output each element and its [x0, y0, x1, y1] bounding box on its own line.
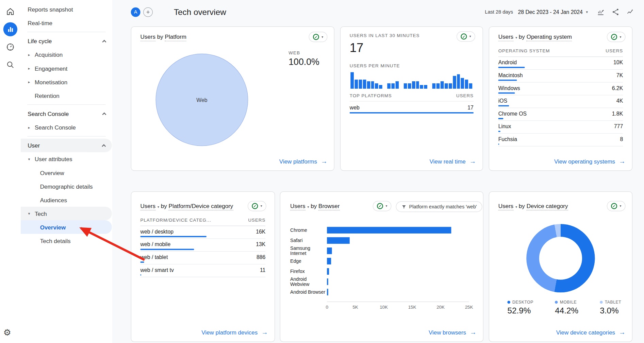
top-platforms-col-label: TOP PLATFORMS: [350, 93, 392, 98]
dimension-os-link[interactable]: Operating system: [527, 33, 572, 41]
metric-users-link[interactable]: Users: [498, 203, 513, 210]
home-icon[interactable]: [3, 4, 17, 18]
browser-bar-chart[interactable]: ChromeSafariSamsung InternetEdgeFirefoxA…: [290, 225, 468, 297]
col-users: USERS: [606, 48, 623, 53]
dimension-browser-link[interactable]: Browser: [318, 203, 340, 210]
dimension-platform-link[interactable]: Platform: [165, 33, 186, 41]
view-operating-systems-link[interactable]: View operating systems →: [554, 158, 625, 165]
bar-track: [327, 237, 468, 243]
data-quality-button[interactable]: ✓ ▾: [248, 201, 266, 211]
table-header: OPERATING SYSTEM USERS: [498, 48, 623, 57]
report-main: A + Tech overview Last 28 days 28 Dec 20…: [112, 0, 644, 343]
view-device-categories-link[interactable]: View device categories →: [556, 329, 626, 336]
sidebar-item-search-console[interactable]: ▸Search Console: [21, 120, 112, 134]
date-range-picker[interactable]: 28 Dec 2023 - 24 Jan 2024 ▾: [518, 9, 588, 15]
platform-pie-chart[interactable]: Web: [155, 54, 248, 146]
collapse-arrow-icon[interactable]: ▾: [27, 211, 32, 216]
col-operating-system: OPERATING SYSTEM: [498, 48, 550, 53]
sidebar-item-tech-details[interactable]: Tech details: [21, 234, 112, 247]
filter-funnel-icon: [401, 204, 407, 209]
row-value: 8: [620, 136, 623, 142]
admin-gear-icon[interactable]: ⚙: [3, 328, 11, 338]
add-comparison-button[interactable]: +: [143, 7, 153, 17]
view-platforms-link[interactable]: View platforms →: [279, 158, 327, 165]
sidebar-item-user-attributes-overview[interactable]: Overview: [21, 166, 112, 179]
legend-value: 52.9%: [507, 306, 533, 315]
customise-report-icon[interactable]: [596, 7, 605, 17]
view-browsers-link[interactable]: View browsers →: [429, 329, 477, 336]
browser-bar-row: Firefox: [290, 266, 468, 276]
top-platform-users: 17: [467, 104, 474, 110]
chevron-up-icon[interactable]: [102, 144, 106, 148]
metric-users-link[interactable]: Users: [141, 203, 155, 210]
browser-bar: [327, 278, 328, 285]
minute-bar: [371, 81, 374, 89]
device-donut-chart[interactable]: [526, 224, 595, 292]
data-quality-button[interactable]: ✓ ▾: [373, 201, 392, 211]
expand-arrow-icon[interactable]: ▸: [27, 53, 32, 57]
check-circle-icon: ✓: [611, 203, 617, 209]
minute-bar: [465, 80, 468, 89]
metric-users-link[interactable]: Users: [141, 33, 155, 41]
view-real-time-link[interactable]: View real time →: [429, 158, 476, 165]
sidebar-item-retention[interactable]: Retention: [21, 89, 112, 102]
minute-bar: [379, 85, 382, 89]
expand-arrow-icon[interactable]: ▸: [27, 80, 32, 84]
collapse-arrow-icon[interactable]: ▾: [27, 157, 32, 161]
sidebar-item-search-console-section[interactable]: Search Console: [21, 107, 112, 120]
minute-bar: [363, 80, 366, 89]
sidebar-item-reports-snapshot[interactable]: Reports snapshot: [21, 2, 112, 16]
dimension-platform-device-link[interactable]: Platform/Device category: [169, 203, 233, 210]
table-header: PLATFORM/DEVICE CATEG... USERS: [141, 218, 266, 226]
expand-arrow-icon[interactable]: ▸: [27, 66, 32, 70]
minute-bar: [412, 81, 415, 89]
chevron-up-icon[interactable]: [102, 40, 106, 44]
metric-users-link[interactable]: Users: [498, 33, 513, 41]
minute-bar: [354, 80, 358, 89]
data-quality-button[interactable]: ✓ ▾: [607, 32, 626, 42]
users-per-minute-chart[interactable]: [350, 71, 472, 89]
legend-dot: [555, 301, 558, 304]
data-quality-button[interactable]: ✓ ▾: [457, 31, 475, 41]
advertising-icon[interactable]: [3, 58, 17, 72]
sidebar-item-engagement[interactable]: ▸Engagement: [21, 62, 112, 75]
table-row: Chrome OS1.8K: [498, 108, 623, 121]
table-row: iOS4K: [498, 95, 623, 108]
dimension-device-category-link[interactable]: Device category: [527, 203, 568, 210]
link-label: View operating systems: [554, 158, 615, 165]
explore-icon[interactable]: [3, 40, 17, 54]
sidebar-item-demographic-details[interactable]: Demographic details: [21, 179, 112, 193]
sidebar-item-tech-overview[interactable]: Overview: [21, 220, 112, 234]
sidebar-item-user-attributes[interactable]: ▾User attributes: [21, 152, 112, 166]
insights-icon[interactable]: [626, 7, 635, 17]
minute-bar: [375, 83, 378, 89]
nav-divider: [27, 104, 106, 105]
sidebar-item-real-time[interactable]: Real-time: [21, 16, 112, 30]
sidebar-item-tech[interactable]: ▾Tech: [21, 207, 112, 220]
expand-arrow-icon[interactable]: ▸: [27, 125, 32, 129]
reports-icon[interactable]: [3, 22, 17, 36]
data-quality-button[interactable]: ✓ ▾: [309, 32, 328, 42]
plus-icon: +: [146, 8, 150, 16]
metric-users-link[interactable]: Users: [290, 203, 305, 210]
sidebar-item-acquisition[interactable]: ▸Acquisition: [21, 48, 112, 62]
sidebar-item-monetisation[interactable]: ▸Monetisation: [21, 75, 112, 89]
sidebar-item-user-section[interactable]: User: [21, 139, 112, 152]
browser-label: Safari: [290, 238, 327, 243]
chevron-up-icon[interactable]: [102, 112, 106, 116]
sidebar-item-label: Engagement: [35, 65, 67, 71]
callout-value: 100.0%: [288, 56, 319, 67]
check-circle-icon: ✓: [313, 34, 319, 40]
check-circle-icon: ✓: [611, 34, 617, 40]
title-by: by: [161, 203, 167, 209]
share-icon[interactable]: [611, 7, 620, 17]
data-quality-button[interactable]: ✓ ▾: [607, 201, 626, 211]
sidebar-item-audiences[interactable]: Audiences: [21, 193, 112, 207]
minute-bar: [441, 81, 444, 89]
filter-chip[interactable]: Platform exactly matches 'web': [396, 201, 482, 212]
comparison-avatar[interactable]: A: [131, 7, 141, 17]
sidebar-item-life-cycle[interactable]: Life cycle: [21, 34, 112, 48]
realtime-user-count: 17: [350, 41, 364, 55]
view-platform-devices-link[interactable]: View platform devices →: [201, 329, 268, 336]
arrow-right-icon: →: [261, 329, 268, 336]
